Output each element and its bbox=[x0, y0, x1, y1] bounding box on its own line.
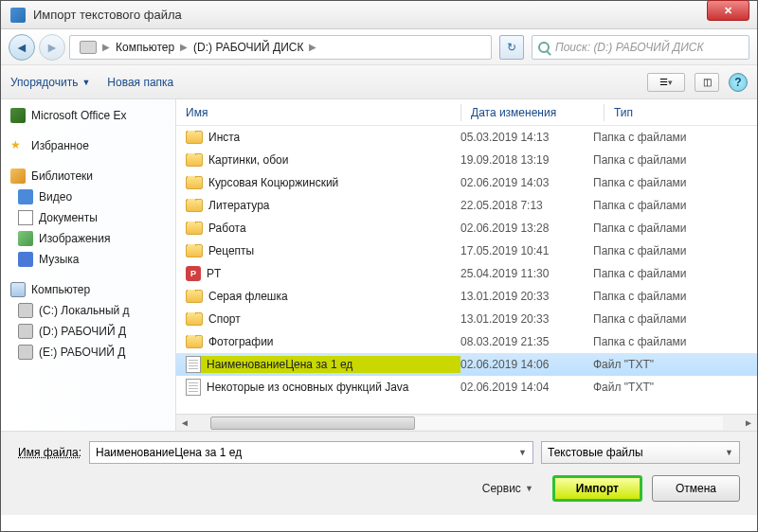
help-button[interactable]: ? bbox=[729, 73, 748, 92]
folder-icon bbox=[186, 312, 203, 326]
star-icon: ★ bbox=[10, 138, 26, 153]
excel-icon bbox=[10, 108, 26, 123]
tree-video[interactable]: Видео bbox=[1, 186, 175, 207]
filename-label: Имя файла: bbox=[18, 446, 81, 459]
file-name: Картинки, обои bbox=[208, 153, 288, 167]
back-button[interactable]: ◄ bbox=[9, 34, 35, 61]
video-icon bbox=[18, 189, 33, 204]
file-row[interactable]: Курсовая Коцюржинский02.06.2019 14:03Пап… bbox=[176, 171, 757, 194]
tree-music[interactable]: Музыка bbox=[1, 249, 175, 270]
breadcrumb-drive-d[interactable]: (D:) РАБОЧИЙ ДИСК bbox=[188, 41, 309, 54]
tree-pictures[interactable]: Изображения bbox=[1, 228, 175, 249]
file-type: Папка с файлами bbox=[593, 131, 757, 144]
file-row[interactable]: НаименованиеЦена за 1 ед02.06.2019 14:06… bbox=[176, 353, 757, 376]
file-date: 05.03.2019 14:13 bbox=[460, 131, 593, 144]
tree-drive-c[interactable]: (C:) Локальный д bbox=[1, 300, 175, 321]
file-type: Папка с файлами bbox=[593, 312, 757, 326]
cancel-button[interactable]: Отмена bbox=[652, 475, 740, 502]
main-area: Microsoft Office Ex ★Избранное Библиотек… bbox=[1, 99, 757, 431]
col-date-header[interactable]: Дата изменения bbox=[471, 106, 604, 119]
tree-documents[interactable]: Документы bbox=[1, 207, 175, 228]
file-name: Инста bbox=[208, 131, 240, 144]
import-button[interactable]: Импорт bbox=[552, 475, 642, 502]
tree-drive-d[interactable]: (D:) РАБОЧИЙ Д bbox=[1, 321, 175, 342]
file-row[interactable]: Серая флешка13.01.2019 20:33Папка с файл… bbox=[176, 285, 757, 308]
close-button[interactable]: ✕ bbox=[707, 0, 749, 21]
file-name: Серая флешка bbox=[208, 290, 288, 303]
chevron-right-icon: ▶ bbox=[309, 42, 316, 52]
file-type: Папка с файлами bbox=[593, 199, 757, 212]
file-row[interactable]: Фотографии08.03.2019 21:35Папка с файлам… bbox=[176, 330, 757, 353]
drive-icon bbox=[18, 324, 33, 339]
file-type: Папка с файлами bbox=[593, 290, 757, 303]
search-input[interactable]: Поиск: (D:) РАБОЧИЙ ДИСК bbox=[532, 35, 749, 60]
col-type-header[interactable]: Тип bbox=[614, 106, 757, 119]
service-menu[interactable]: Сервис▼ bbox=[482, 482, 533, 495]
tree-favorites[interactable]: ★Избранное bbox=[1, 135, 175, 156]
titlebar: Импорт текстового файла ✕ bbox=[1, 1, 757, 29]
computer-icon bbox=[10, 282, 26, 297]
column-headers: Имя Дата изменения Тип bbox=[176, 99, 757, 126]
file-row[interactable]: Рецепты17.05.2019 10:41Папка с файлами bbox=[176, 239, 757, 262]
folder-icon bbox=[186, 244, 203, 257]
chevron-right-icon: ▶ bbox=[102, 42, 110, 52]
col-name-header[interactable]: Имя bbox=[186, 106, 460, 119]
dialog-title: Импорт текстового файла bbox=[33, 8, 757, 22]
file-row[interactable]: Картинки, обои19.09.2018 13:19Папка с фа… bbox=[176, 149, 757, 171]
tree-computer[interactable]: Компьютер bbox=[1, 279, 175, 300]
tree-drive-e[interactable]: (E:) РАБОЧИЙ Д bbox=[1, 342, 175, 363]
chevron-down-icon: ▼ bbox=[725, 448, 733, 457]
view-mode-button[interactable]: ☰ ▾ bbox=[647, 73, 685, 92]
refresh-icon: ↻ bbox=[507, 41, 516, 54]
file-date: 08.03.2019 21:35 bbox=[460, 335, 593, 348]
file-row[interactable]: PPT25.04.2019 11:30Папка с файлами bbox=[176, 262, 757, 285]
file-type: Папка с файлами bbox=[593, 176, 757, 189]
folder-icon bbox=[186, 199, 203, 212]
folder-icon bbox=[186, 176, 203, 189]
breadcrumb-computer[interactable]: Компьютер bbox=[110, 41, 180, 54]
tree-excel[interactable]: Microsoft Office Ex bbox=[1, 105, 175, 126]
file-row[interactable]: Работа02.06.2019 13:28Папка с файлами bbox=[176, 217, 757, 239]
file-name: Фотографии bbox=[208, 335, 274, 348]
txt-icon bbox=[186, 379, 201, 396]
file-name: НаименованиеЦена за 1 ед bbox=[207, 358, 352, 371]
file-date: 17.05.2019 10:41 bbox=[460, 244, 593, 257]
breadcrumb[interactable]: ▶ Компьютер ▶ (D:) РАБОЧИЙ ДИСК ▶ bbox=[69, 35, 492, 60]
new-folder-button[interactable]: Новая папка bbox=[107, 76, 173, 89]
refresh-button[interactable]: ↻ bbox=[499, 35, 524, 60]
pictures-icon bbox=[18, 231, 33, 246]
folder-icon bbox=[186, 335, 203, 348]
file-date: 02.06.2019 14:03 bbox=[460, 176, 593, 189]
file-row[interactable]: Некоторые из основных функций Java02.06.… bbox=[176, 376, 757, 399]
tree-libraries[interactable]: Библиотеки bbox=[1, 166, 175, 186]
file-filter-select[interactable]: Текстовые файлы ▼ bbox=[541, 441, 740, 464]
forward-button[interactable]: ► bbox=[39, 34, 65, 61]
file-row[interactable]: Спорт13.01.2019 20:33Папка с файлами bbox=[176, 308, 757, 330]
filename-input[interactable]: НаименованиеЦена за 1 ед ▼ bbox=[89, 441, 533, 464]
file-name: Некоторые из основных функций Java bbox=[207, 381, 409, 394]
scroll-right-icon[interactable]: ► bbox=[740, 415, 757, 432]
file-name: Спорт bbox=[208, 312, 241, 326]
file-list: Инста05.03.2019 14:13Папка с файламиКарт… bbox=[176, 126, 757, 414]
txt-icon bbox=[186, 356, 201, 373]
file-row[interactable]: Литература22.05.2018 7:13Папка с файлами bbox=[176, 194, 757, 217]
organize-menu[interactable]: Упорядочить▼ bbox=[10, 76, 90, 89]
search-icon bbox=[538, 42, 550, 53]
file-date: 13.01.2019 20:33 bbox=[460, 290, 593, 303]
file-date: 02.06.2019 14:06 bbox=[460, 358, 593, 371]
nav-tree: Microsoft Office Ex ★Избранное Библиотек… bbox=[1, 99, 176, 431]
file-row[interactable]: Инста05.03.2019 14:13Папка с файлами bbox=[176, 126, 757, 149]
file-type: Папка с файлами bbox=[593, 222, 757, 235]
h-scrollbar[interactable]: ◄ ► bbox=[176, 414, 757, 431]
preview-pane-button[interactable]: ◫ bbox=[695, 73, 719, 92]
navbar: ◄ ► ▶ Компьютер ▶ (D:) РАБОЧИЙ ДИСК ▶ ↻ … bbox=[1, 29, 757, 65]
scroll-left-icon[interactable]: ◄ bbox=[176, 415, 193, 432]
chevron-down-icon: ▼ bbox=[525, 484, 533, 493]
file-date: 22.05.2018 7:13 bbox=[460, 199, 593, 212]
filter-value: Текстовые файлы bbox=[548, 446, 643, 459]
scroll-thumb[interactable] bbox=[210, 417, 415, 430]
folder-icon bbox=[186, 222, 203, 235]
file-date: 02.06.2019 14:04 bbox=[460, 381, 593, 394]
file-date: 02.06.2019 13:28 bbox=[460, 222, 593, 235]
file-date: 13.01.2019 20:33 bbox=[460, 312, 593, 326]
